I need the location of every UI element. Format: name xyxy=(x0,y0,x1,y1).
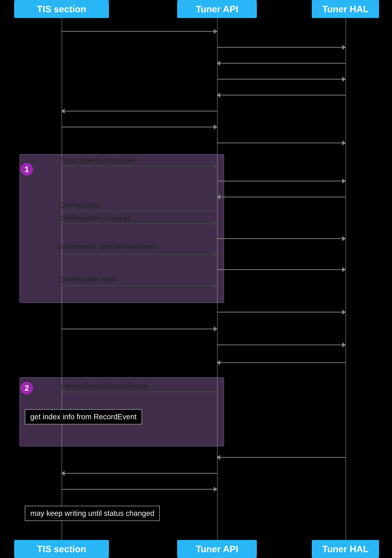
arrow-post1-3 xyxy=(217,345,345,345)
arrow-dvr-attach xyxy=(61,254,217,255)
arrow-dvr-configure xyxy=(61,223,217,224)
may-keep-note: may keep writing until status changed xyxy=(25,506,160,521)
get-index-note: get index info from RecordEvent xyxy=(25,409,142,424)
tuner-hal-header-bottom: Tuner HAL xyxy=(312,540,379,558)
arrow-7 xyxy=(61,127,217,127)
arrow-on-filter-event xyxy=(61,392,217,392)
arrow-post1-1 xyxy=(217,312,345,313)
arrow-post2-1 xyxy=(217,457,345,458)
highlight-box-1 xyxy=(19,154,224,303)
dvr-recorder-label: DvrRecorder xyxy=(60,201,100,209)
on-filter-event-label: onFilterEvent(RecordEvent) xyxy=(60,382,148,390)
dvr-configure-label: DvrRecorder.configure xyxy=(60,214,131,222)
arrow-dvr-recorder xyxy=(61,211,217,211)
arrow-3 xyxy=(217,63,345,64)
arrow-5 xyxy=(217,95,345,96)
arrow-6 xyxy=(61,111,217,111)
arrow-step1-2 xyxy=(217,197,345,197)
arrow-step1-3 xyxy=(217,238,345,239)
step-circle-1: 1 xyxy=(20,163,33,176)
tis-header-top: TIS section xyxy=(14,0,109,18)
arrow-post1-2 xyxy=(61,329,217,329)
step-circle-2: 2 xyxy=(20,382,33,394)
tuner-hal-lifeline xyxy=(345,18,346,540)
arrow-step1-4 xyxy=(217,269,345,270)
tuner-api-header-top: Tuner API xyxy=(177,0,257,18)
arrow-8 xyxy=(217,143,345,143)
arrow-1 xyxy=(61,31,217,32)
arrow-post2-2 xyxy=(61,473,217,474)
arrow-dvr-start xyxy=(61,285,217,286)
dvr-start-label: DvrRecorder.start xyxy=(60,275,116,283)
arrow-open-dvr xyxy=(61,166,217,166)
tuner-api-header-bottom: Tuner API xyxy=(177,540,257,558)
arrow-4 xyxy=(217,79,345,79)
open-dvr-label: Tuner.openDvrRecorder xyxy=(60,157,136,165)
tis-header-bottom: TIS section xyxy=(14,540,109,558)
tuner-hal-header-top: Tuner HAL xyxy=(312,0,379,18)
dvr-attach-label: DvrRecorder.attachFilter(filters) xyxy=(57,243,155,251)
arrow-post2-3 xyxy=(61,489,217,490)
arrow-2 xyxy=(217,47,345,48)
arrow-step1-1 xyxy=(217,181,345,181)
arrow-post1-4 xyxy=(217,362,345,363)
